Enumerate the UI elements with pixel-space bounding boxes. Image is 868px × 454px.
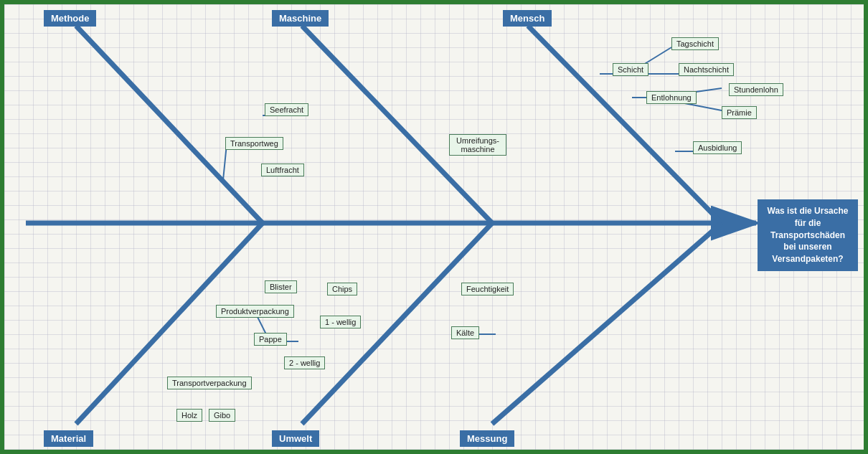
category-messung: Messung (460, 430, 514, 447)
category-material: Material (44, 430, 93, 447)
category-umwelt: Umwelt (272, 430, 319, 447)
label-pappe: Pappe (254, 333, 287, 346)
svg-line-3 (302, 26, 492, 223)
label-seefracht: Seefracht (265, 103, 308, 116)
category-maschine: Maschine (272, 10, 329, 27)
svg-line-7 (492, 223, 722, 424)
category-methode: Methode (44, 10, 96, 27)
label-holz: Holz (176, 409, 202, 422)
label-stundenlohn: Stundenlohn (729, 83, 783, 96)
category-mensch: Mensch (503, 10, 552, 27)
label-chips: Chips (327, 283, 357, 295)
fishbone-svg (4, 4, 864, 450)
label-eins-wellig: 1 - wellig (320, 316, 361, 328)
label-kaelte: Kälte (451, 326, 479, 339)
label-feuchtigkeit: Feuchtigkeit (461, 283, 514, 295)
label-blister: Blister (265, 280, 297, 293)
label-nachtschicht: Nachtschicht (679, 63, 734, 76)
svg-line-5 (76, 223, 263, 424)
svg-line-4 (528, 26, 722, 223)
label-praemie: Prämie (722, 106, 757, 119)
effect-box: Was ist die Ursache für die Transportsch… (758, 199, 858, 271)
label-luftfracht: Luftfracht (261, 164, 304, 176)
label-zwei-wellig: 2 - wellig (284, 356, 325, 369)
label-transportverpackung: Transportverpackung (167, 377, 252, 389)
label-gibo: Gibo (209, 409, 235, 422)
label-tagschicht: Tagschicht (671, 37, 719, 50)
svg-line-2 (76, 26, 263, 223)
label-ausbidlung: Ausbidlung (693, 141, 742, 154)
label-schicht: Schicht (613, 63, 648, 76)
label-produktverpackung: Produktverpackung (216, 305, 294, 318)
label-umreifungsmaschine: Umreifungs-maschine (449, 134, 506, 156)
diagram-canvas: Methode Maschine Mensch Material Umwelt … (4, 4, 864, 450)
label-entlohnung: Entlohnung (646, 91, 697, 104)
label-transportweg: Transportweg (225, 137, 283, 150)
